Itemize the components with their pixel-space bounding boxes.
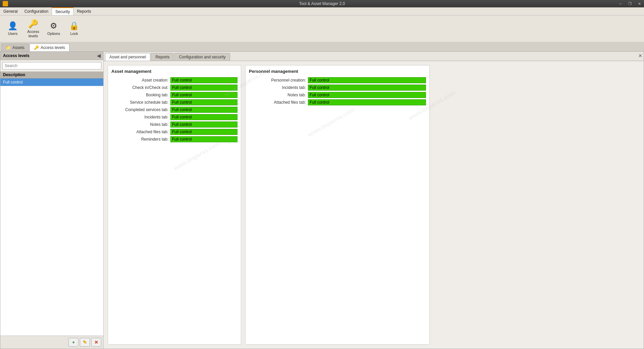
left-panel-header: Access levels ◀	[0, 52, 103, 60]
content-area: Access levels ◀ Description Full control…	[0, 51, 644, 349]
titlebar-title: Tool & Asset Manager 2.0	[299, 1, 345, 6]
access-levels-tab-icon: 🔑	[34, 45, 39, 50]
asset-creation-label: Asset creation:	[111, 78, 168, 83]
toolbar-access-levels[interactable]: 🔑 Access levels	[24, 17, 43, 40]
left-panel-title: Access levels	[3, 53, 30, 58]
booking-tab-bar: Full control	[170, 92, 237, 98]
list-header: Description	[0, 71, 103, 79]
reminders-tab-row: Reminders tab: Full control	[111, 136, 237, 142]
search-box	[2, 62, 101, 69]
checkin-checkout-label: Check in/Check out:	[111, 85, 168, 90]
close-button[interactable]: ✕	[635, 0, 644, 7]
toolbar-lock[interactable]: 🔒 Lock	[65, 17, 84, 40]
service-schedule-row: Service schedule tab: Full control	[111, 99, 237, 105]
asset-incidents-label: Incidents tab:	[111, 115, 168, 119]
right-panel: Asset and personnel Reports Configuratio…	[104, 52, 644, 349]
users-icon: 👤	[8, 21, 18, 31]
menu-general[interactable]: General	[0, 7, 21, 15]
toolbar: 👤 Users 🔑 Access levels ⚙ Options 🔒 Lock	[0, 15, 644, 42]
asset-management-panel: Asset management Asset creation: Full co…	[108, 65, 241, 345]
menubar: General Configuration Security Reports	[0, 7, 644, 15]
asset-creation-row: Asset creation: Full control	[111, 77, 237, 83]
booking-tab-row: Booking tab: Full control	[111, 92, 237, 98]
asset-management-title: Asset management	[111, 69, 237, 74]
titlebar-controls: ─ ❐ ✕	[616, 0, 644, 7]
tab-access-levels[interactable]: 🔑 Access levels	[30, 44, 69, 51]
menu-reports[interactable]: Reports	[73, 7, 94, 15]
personnel-attached-files-label: Attached files tab:	[249, 100, 306, 105]
asset-notes-label: Notes tab:	[111, 122, 168, 127]
completed-services-bar: Full control	[170, 107, 237, 113]
completed-services-row: Completed services tab: Full control	[111, 107, 237, 113]
checkin-checkout-row: Check in/Check out: Full control	[111, 85, 237, 91]
personnel-creation-bar: Full control	[308, 77, 426, 83]
personnel-notes-row: Notes tab: Full control	[249, 92, 426, 98]
tab-assets-label: Assets	[12, 45, 24, 50]
personnel-incidents-label: Incidents tab:	[249, 85, 306, 90]
asset-notes-row: Notes tab: Full control	[111, 121, 237, 128]
reminders-tab-bar: Full control	[170, 136, 237, 142]
access-levels-icon: 🔑	[28, 19, 38, 29]
app-icon	[3, 1, 8, 6]
options-icon: ⚙	[50, 21, 57, 31]
list-column-header: Description	[3, 72, 25, 77]
personnel-notes-label: Notes tab:	[249, 93, 306, 97]
reminders-tab-label: Reminders tab:	[111, 137, 168, 142]
asset-notes-bar: Full control	[170, 121, 237, 128]
main-area: 📁 Assets 🔑 Access levels Access levels ◀…	[0, 42, 644, 349]
tab-assets[interactable]: 📁 Assets	[1, 44, 29, 51]
checkin-checkout-bar: Full control	[170, 85, 237, 91]
right-tab-config-security[interactable]: Configuration and security	[174, 53, 230, 61]
right-tab-bar: Asset and personnel Reports Configuratio…	[104, 52, 644, 61]
titlebar: Tool & Asset Manager 2.0 ─ ❐ ✕	[0, 0, 644, 7]
collapse-button[interactable]: ◀	[97, 53, 101, 58]
personnel-creation-label: Personnel creation:	[249, 78, 306, 83]
lock-icon: 🔒	[69, 21, 79, 31]
right-tab-asset-personnel[interactable]: Asset and personnel	[105, 53, 150, 61]
service-schedule-label: Service schedule tab:	[111, 100, 168, 105]
toolbar-users-label: Users	[8, 32, 18, 36]
personnel-incidents-bar: Full control	[308, 85, 426, 91]
right-tab-reports[interactable]: Reports	[151, 53, 174, 61]
tab-access-levels-label: Access levels	[41, 45, 65, 50]
completed-services-label: Completed services tab:	[111, 107, 168, 112]
right-content: www.Imperss.com www.Imperss.com www.Impe…	[104, 61, 644, 349]
toolbar-lock-label: Lock	[70, 32, 78, 36]
menu-configuration[interactable]: Configuration	[21, 7, 52, 15]
toolbar-options[interactable]: ⚙ Options	[44, 17, 63, 40]
list-item[interactable]: Full control	[0, 79, 103, 86]
asset-attached-files-label: Attached files tab:	[111, 130, 168, 134]
main-tab-bar: 📁 Assets 🔑 Access levels	[0, 42, 644, 51]
search-input[interactable]	[2, 62, 101, 69]
personnel-notes-bar: Full control	[308, 92, 426, 98]
toolbar-users[interactable]: 👤 Users	[3, 17, 22, 40]
restore-button[interactable]: ❐	[625, 0, 635, 7]
edit-button[interactable]: ✎	[80, 338, 90, 347]
booking-tab-label: Booking tab:	[111, 93, 168, 97]
left-panel: Access levels ◀ Description Full control…	[0, 52, 104, 349]
assets-tab-icon: 📁	[6, 45, 11, 50]
personnel-attached-files-row: Attached files tab: Full control	[249, 99, 426, 105]
personnel-management-panel: Personnel management Personnel creation:…	[245, 65, 430, 345]
asset-incidents-bar: Full control	[170, 114, 237, 120]
list-items: Full control	[0, 79, 103, 336]
minimize-button[interactable]: ─	[616, 0, 625, 7]
asset-incidents-row: Incidents tab: Full control	[111, 114, 237, 120]
add-button[interactable]: +	[68, 338, 78, 347]
personnel-creation-row: Personnel creation: Full control	[249, 77, 426, 83]
asset-attached-files-row: Attached files tab: Full control	[111, 129, 237, 135]
right-panel-close-button[interactable]: ✕	[638, 53, 642, 58]
asset-attached-files-bar: Full control	[170, 129, 237, 135]
toolbar-options-label: Options	[47, 32, 60, 36]
delete-button[interactable]: ✕	[91, 338, 101, 347]
personnel-attached-files-bar: Full control	[308, 99, 426, 105]
service-schedule-bar: Full control	[170, 99, 237, 105]
asset-creation-bar: Full control	[170, 77, 237, 83]
personnel-incidents-row: Incidents tab: Full control	[249, 85, 426, 91]
personnel-management-title: Personnel management	[249, 69, 426, 74]
menu-security[interactable]: Security	[52, 7, 73, 15]
left-panel-footer: + ✎ ✕	[0, 336, 103, 349]
toolbar-access-levels-label: Access levels	[26, 30, 41, 38]
